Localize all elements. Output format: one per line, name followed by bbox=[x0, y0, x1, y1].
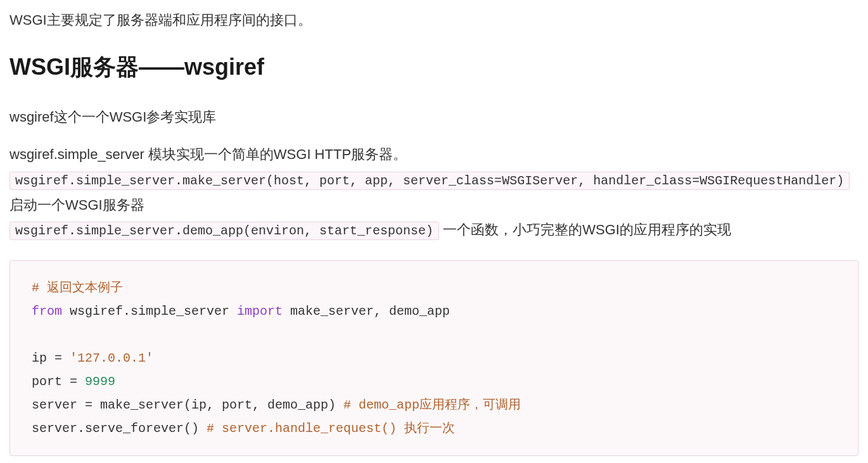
api-signature-demo-app: wsgiref.simple_server.demo_app(environ, … bbox=[10, 222, 439, 240]
code-keyword-from: from bbox=[32, 304, 62, 319]
code-keyword-import: import bbox=[237, 304, 283, 319]
code-module-name: wsgiref.simple_server bbox=[62, 304, 237, 319]
api-signature-make-server: wsgiref.simple_server.make_server(host, … bbox=[10, 172, 850, 190]
code-comment: # 返回文本例子 bbox=[32, 281, 123, 295]
intro-paragraph: WSGI主要规定了服务器端和应用程序间的接口。 bbox=[10, 9, 858, 31]
code-assign-port: port = bbox=[32, 374, 85, 389]
code-import-names: make_server, demo_app bbox=[283, 304, 450, 319]
code-number-literal: 9999 bbox=[85, 374, 115, 389]
code-example-block: # 返回文本例子 from wsgiref.simple_server impo… bbox=[10, 260, 858, 456]
api-description-block: wsgiref.simple_server 模块实现一个简单的WSGI HTTP… bbox=[10, 142, 858, 243]
code-comment: # server.handle_request() 执行一次 bbox=[207, 421, 455, 436]
code-assign-ip: ip = bbox=[32, 351, 70, 365]
description-paragraph-1: wsgiref这个一个WSGI参考实现库 bbox=[10, 106, 858, 128]
section-heading: WSGI服务器——wsgiref bbox=[10, 49, 858, 86]
api-description-make-server: 启动一个WSGI服务器 bbox=[10, 197, 144, 213]
api-description-demo-app: 一个函数，小巧完整的WSGI的应用程序的实现 bbox=[443, 222, 731, 238]
code-comment: # demo_app应用程序，可调用 bbox=[343, 398, 521, 412]
code-call-serve-forever: server.serve_forever() bbox=[32, 421, 207, 436]
module-description: wsgiref.simple_server 模块实现一个简单的WSGI HTTP… bbox=[10, 146, 407, 162]
code-string-literal: '127.0.0.1' bbox=[70, 351, 153, 365]
code-assign-server: server = make_server(ip, port, demo_app) bbox=[32, 398, 343, 412]
